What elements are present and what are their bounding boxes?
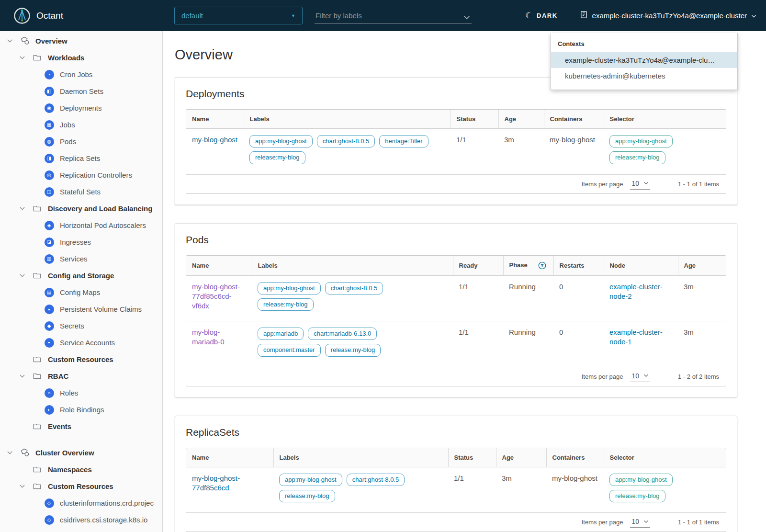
resource-link[interactable]: my-blog-mariadb-0 <box>192 328 225 346</box>
column-header-selector: Selector <box>604 110 726 129</box>
sidebar-item-stateful-sets[interactable]: ◫Stateful Sets <box>0 183 162 200</box>
cluster-icon <box>580 11 588 21</box>
ingress-icon: ◪ <box>44 238 54 247</box>
resource-link[interactable]: example-cluster-node-1 <box>609 328 663 346</box>
sidebar-item-custom-resources[interactable]: Custom Resources <box>0 351 162 368</box>
sidebar-item-config-maps[interactable]: ▤Config Maps <box>0 284 162 301</box>
items-per-page-value: 10 <box>631 372 639 380</box>
sidebar-item-label: Replication Controllers <box>60 171 132 179</box>
cell-value: 1/1 <box>456 136 466 144</box>
filter-labels-input[interactable] <box>315 8 472 23</box>
chevron-down-icon <box>751 11 756 20</box>
items-per-page-select[interactable]: 10 <box>630 517 650 528</box>
app-title: Octant <box>36 11 63 21</box>
sidebar-item-cron-jobs[interactable]: ◔Cron Jobs <box>0 66 162 83</box>
label-pill: chart:mariadb-6.13.0 <box>308 328 377 340</box>
cell-link: my-blog-ghost-77df85c6cd-vf6dx <box>186 275 252 321</box>
sidebar-item-custom-resources[interactable]: Custom Resources <box>0 478 162 495</box>
main-content: Overview DeploymentsNameLabelsStatusAgeC… <box>163 31 766 532</box>
sidebar-item-roles[interactable]: ○Roles <box>0 385 162 401</box>
column-header-labels: Labels <box>252 256 453 276</box>
selector-pill: app:my-blog-ghost <box>609 135 673 147</box>
sidebar-item-services[interactable]: ▥Services <box>0 250 162 267</box>
column-header-restarts: Restarts <box>553 256 604 276</box>
table-row: my-blog-mariadb-0app:mariadbchart:mariad… <box>186 321 726 367</box>
label-pill: app:my-blog-ghost <box>279 474 342 486</box>
secret-icon: ◆ <box>44 321 54 331</box>
sidebar-item-csidrivers-csi-storage-k8s-io[interactable]: ◇csidrivers.csi.storage.k8s.io <box>0 511 162 528</box>
cell-labels: app:my-blog-ghostchart:ghost-8.0.5releas… <box>252 275 453 321</box>
chevron-down-icon <box>643 181 649 185</box>
sidebar-item-deployments[interactable]: ◉Deployments <box>0 100 162 116</box>
resource-link[interactable]: my-blog-ghost <box>192 136 237 144</box>
hpa-icon: ◈ <box>44 221 54 230</box>
sidebar-item-replica-sets[interactable]: ◨Replica Sets <box>0 150 162 167</box>
cell-labels: app:my-blog-ghostchart:ghost-8.0.5herita… <box>244 129 451 174</box>
column-header-phase: Phase <box>503 256 553 276</box>
resource-link[interactable]: my-blog-ghost-77df85c6cd <box>192 474 240 492</box>
sidebar-item-rbac[interactable]: RBAC <box>0 368 162 385</box>
crd-icon: ◇ <box>44 498 54 508</box>
sidebar-item-role-bindings[interactable]: ◐Role Bindings <box>0 401 162 418</box>
sidebar-item-namespaces[interactable]: Namespaces <box>0 461 162 478</box>
pod-icon: ◍ <box>44 137 54 147</box>
label-pill: chart:ghost-8.0.5 <box>317 135 375 147</box>
caret-down-icon: ▼ <box>291 13 295 18</box>
items-per-page-label: Items per page <box>582 373 623 380</box>
selector-pill: release:my-blog <box>609 151 665 164</box>
column-header-status: Status <box>448 448 496 467</box>
cell-link: my-blog-mariadb-0 <box>186 321 252 367</box>
sidebar-item-workloads[interactable]: Workloads <box>0 49 162 66</box>
context-option[interactable]: example-cluster-ka3TuTzYo4a@example-clu… <box>551 52 737 68</box>
sidebar-item-secrets[interactable]: ◆Secrets <box>0 317 162 334</box>
section-replicasets: ReplicaSetsNameLabelsStatusAgeContainers… <box>175 416 737 532</box>
folder-icon <box>32 466 42 473</box>
cell-text: 1/1 <box>451 129 498 174</box>
items-per-page-select[interactable]: 10 <box>630 371 650 382</box>
sidebar-item-horizontal-pod-autoscalers[interactable]: ◈Horizontal Pod Autoscalers <box>0 217 162 234</box>
context-option[interactable]: kubernetes-admin@kubernetes <box>551 68 737 84</box>
context-selector[interactable]: example-cluster-ka3TuTzYo4a@example-clus… <box>580 11 756 21</box>
sidebar-item-label: Pods <box>60 137 76 146</box>
sidebar-item-discovery-and-load-balancing[interactable]: Discovery and Load Balancing <box>0 200 162 217</box>
theme-toggle[interactable]: ☾ DARK <box>525 11 558 20</box>
sidebar-item-label: clusterinformations.crd.projec <box>60 499 154 507</box>
sidebar-item-service-accounts[interactable]: ◓Service Accounts <box>0 334 162 351</box>
sidebar-item-config-and-storage[interactable]: Config and Storage <box>0 267 162 284</box>
rolebinding-icon: ◐ <box>44 405 54 415</box>
sidebar-item-ingresses[interactable]: ◪Ingresses <box>0 234 162 250</box>
cell-text: 3m <box>678 275 726 321</box>
items-per-page-select[interactable]: 10 <box>630 179 650 190</box>
sidebar-item-label: Service Accounts <box>60 339 115 347</box>
resource-link[interactable]: my-blog-ghost-77df85c6cd-vf6dx <box>192 283 240 310</box>
sidebar-item-overview[interactable]: Overview <box>0 33 162 49</box>
cell-link: example-cluster-node-2 <box>604 275 678 321</box>
cell-link: example-cluster-node-1 <box>604 321 678 367</box>
cell-text: 1/1 <box>453 321 503 367</box>
sidebar-item-persistent-volume-claims[interactable]: ◒Persistent Volume Claims <box>0 301 162 317</box>
section-deployments: DeploymentsNameLabelsStatusAgeContainers… <box>175 77 737 205</box>
column-filter-icon[interactable] <box>538 261 546 270</box>
sidebar-item-events[interactable]: Events <box>0 418 162 435</box>
cell-link: my-blog-ghost <box>186 129 244 174</box>
sidebar-item-cluster-overview[interactable]: Cluster Overview <box>0 444 162 461</box>
label-pill: chart:ghost-8.0.5 <box>347 474 405 486</box>
datagrid-replicasets: NameLabelsStatusAgeContainersSelectormy-… <box>186 448 726 532</box>
resource-link[interactable]: example-cluster-node-2 <box>609 283 663 300</box>
sidebar-item-label: Workloads <box>48 54 84 62</box>
sidebar-item-label: Stateful Sets <box>60 188 101 196</box>
moon-icon: ☾ <box>524 11 533 20</box>
namespace-select[interactable]: default ▼ <box>174 7 303 24</box>
sidebar-item-pods[interactable]: ◍Pods <box>0 133 162 150</box>
chevron-down-icon[interactable] <box>463 13 470 22</box>
chevron-down-icon <box>6 450 13 456</box>
sidebar-item-label: Config Maps <box>60 288 100 296</box>
serviceaccount-icon: ◓ <box>44 338 54 348</box>
sidebar-item-daemon-sets[interactable]: ◧Daemon Sets <box>0 83 162 100</box>
label-pill: release:my-blog <box>258 298 314 311</box>
sidebar-item-replication-controllers[interactable]: ◎Replication Controllers <box>0 167 162 183</box>
cell-labels: app:my-blog-ghostchart:ghost-8.0.5releas… <box>273 467 448 512</box>
sidebar-item-clusterinformations-crd-projec[interactable]: ◇clusterinformations.crd.projec <box>0 495 162 511</box>
sidebar-item-label: Services <box>60 255 88 263</box>
sidebar-item-jobs[interactable]: ▦Jobs <box>0 116 162 133</box>
